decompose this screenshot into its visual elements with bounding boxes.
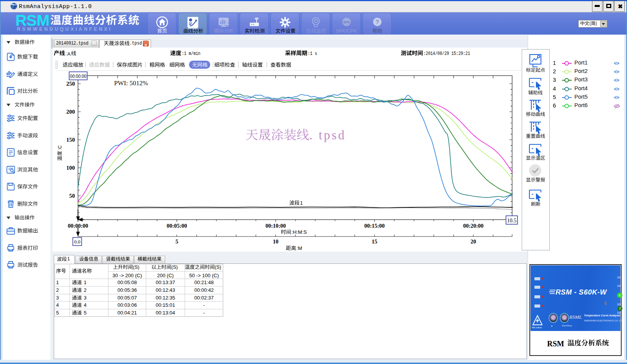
svg-text:10.5: 10.5 bbox=[507, 218, 517, 223]
svg-text:250: 250 bbox=[66, 81, 75, 87]
svg-text:00:00:00: 00:00:00 bbox=[70, 73, 86, 79]
svg-text:PWI: 5012%: PWI: 5012% bbox=[114, 79, 148, 87]
svg-text::C: :C bbox=[57, 146, 63, 151]
svg-text:15: 15 bbox=[372, 238, 378, 245]
svg-text:00:20:00: 00:20:00 bbox=[463, 223, 483, 229]
svg-text:?: ? bbox=[375, 18, 379, 25]
svg-text:200: 200 bbox=[66, 109, 75, 115]
svg-text::H:M:S: :H:M:S bbox=[292, 229, 307, 235]
svg-text::M: :M bbox=[297, 245, 302, 251]
svg-text:00:15:00: 00:15:00 bbox=[364, 223, 385, 229]
svg-text:00:05:00: 00:05:00 bbox=[167, 223, 187, 229]
svg-text:5: 5 bbox=[176, 238, 178, 245]
svg-text:150: 150 bbox=[66, 137, 75, 143]
svg-text:SPK: SPK bbox=[343, 20, 350, 24]
svg-text:10: 10 bbox=[273, 238, 279, 245]
svg-text:20: 20 bbox=[471, 238, 476, 245]
svg-text:0.0: 0.0 bbox=[74, 239, 80, 245]
svg-text:00:10:00: 00:10:00 bbox=[265, 223, 286, 229]
svg-text:. tpsd: . tpsd bbox=[309, 128, 346, 142]
svg-text:1: 1 bbox=[300, 200, 303, 206]
svg-text:50: 50 bbox=[69, 193, 75, 199]
svg-text:100: 100 bbox=[66, 165, 75, 171]
